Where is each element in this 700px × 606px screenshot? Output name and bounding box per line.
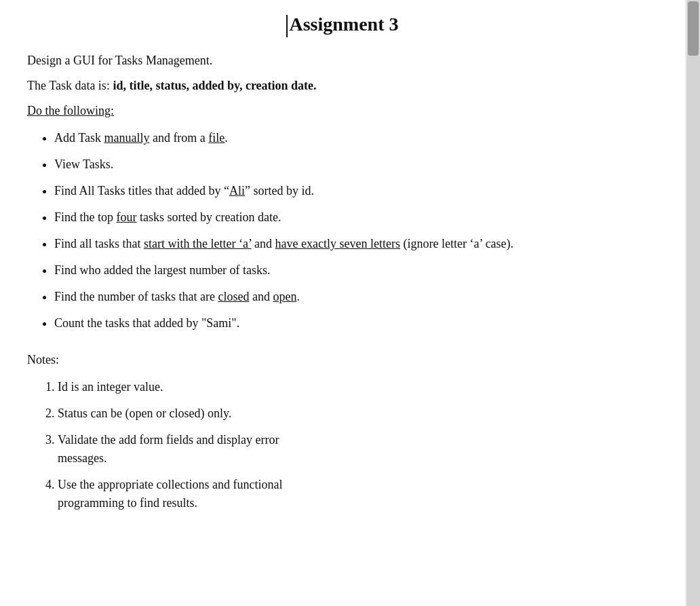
task-data-label: The Task data is: [27, 79, 113, 92]
item-text: and [249, 290, 273, 303]
notes-item-text: Id is an integer value. [58, 380, 163, 394]
list-item: Find who added the largest number of tas… [54, 261, 658, 280]
notes-item: Status can be (open or closed) only. [58, 404, 658, 423]
notes-list: Id is an integer value. Status can be (o… [58, 378, 658, 512]
task-data-line: The Task data is: id, title, status, add… [27, 79, 658, 93]
notes-item-text: Validate the add form fields and display… [58, 433, 279, 465]
list-item: Find all tasks that start with the lette… [54, 235, 658, 253]
item-text: tasks sorted by creation date. [137, 210, 281, 224]
item-text: . [296, 290, 300, 303]
list-item: Find the top four tasks sorted by creati… [54, 208, 658, 227]
item-text: and [252, 237, 275, 250]
item-underline: Ali [229, 184, 245, 197]
notes-item-text: Use the appropriate collections and func… [58, 478, 282, 510]
item-text: View Tasks. [54, 157, 113, 171]
item-text: Find the top [54, 210, 117, 224]
item-text: ” sorted by id. [245, 184, 314, 197]
section-heading: Do the following: [27, 104, 658, 118]
item-text: Find all tasks that [54, 237, 144, 250]
page-title: Assignment 3 [27, 14, 658, 37]
item-text: Find who added the largest number of tas… [54, 263, 271, 277]
subtitle: Design a GUI for Tasks Management. [27, 54, 658, 68]
list-item: Add Task manually and from a file. [54, 129, 658, 147]
item-text: Find the number of tasks that are [54, 290, 218, 303]
page-container: Assignment 3 Design a GUI for Tasks Mana… [0, 0, 685, 606]
list-item: Count the tasks that added by "Sami". [54, 314, 658, 333]
item-underline: open [273, 290, 296, 303]
scrollbar-thumb[interactable] [688, 1, 699, 56]
notes-item: Id is an integer value. [58, 378, 658, 396]
item-text: Count the tasks that added by "Sami". [54, 316, 239, 330]
notes-item: Validate the add form fields and display… [58, 431, 658, 468]
item-underline: file [208, 131, 225, 145]
item-underline: four [117, 210, 137, 224]
scrollbar[interactable] [686, 0, 700, 606]
notes-item-text: Status can be (open or closed) only. [58, 406, 231, 420]
item-underline: start with the letter ‘a’ [144, 237, 252, 250]
text-cursor [286, 15, 288, 38]
item-text: Add Task [54, 131, 104, 145]
list-item: Find the number of tasks that are closed… [54, 288, 658, 306]
list-item: Find All Tasks titles that added by “Ali… [54, 182, 658, 200]
notes-item: Use the appropriate collections and func… [58, 476, 658, 512]
item-text: and from a [149, 131, 208, 145]
item-text: (ignore letter ‘a’ case). [400, 237, 513, 250]
item-underline: manually [104, 131, 149, 145]
item-text: Find All Tasks titles that added by “ [54, 184, 229, 197]
list-item: View Tasks. [54, 155, 658, 174]
task-list: Add Task manually and from a file. View … [54, 129, 658, 333]
item-underline: closed [218, 290, 249, 303]
item-text: . [225, 131, 228, 145]
notes-heading: Notes: [27, 353, 658, 367]
item-underline: have exactly seven letters [275, 237, 400, 250]
task-data-fields: id, title, status, added by, creation da… [113, 79, 316, 92]
